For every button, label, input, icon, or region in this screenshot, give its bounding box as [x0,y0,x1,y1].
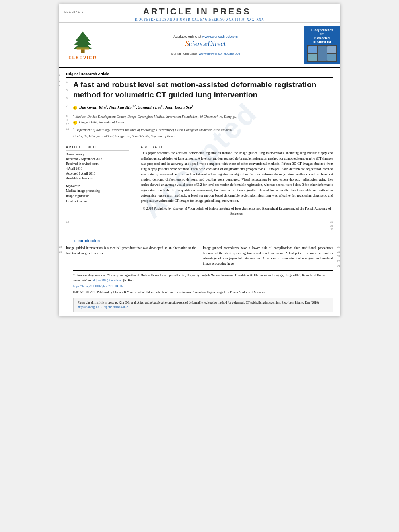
line-num-10: 10 [66,123,69,126]
svg-rect-8 [318,46,327,61]
introduction-section: 1. Introduction 18 19 Image-guided inter… [66,238,333,267]
email-address[interactable]: dgkim0306@gmail.com [93,279,123,282]
elsevier-tree-icon [69,30,97,54]
abstract-copyright: © 2018 Published by Elsevier B.V. on beh… [141,206,333,216]
keywords-label: Keywords: [66,184,129,188]
affiliation-a-cont: o2 Daegu 41061, Republic of Korea [73,120,333,125]
journal-homepage-line: journal homepage: www.elsevier.com/locat… [111,51,300,55]
line-num-16: 16 [330,228,333,230]
header-logos: ELSEVIER Available online at www.science… [59,23,340,68]
main-divider [66,142,333,142]
intro-col-left: 18 19 Image-guided intervention is a med… [66,245,196,267]
article-info-divider [66,150,129,151]
doi-line: https://doi.org/10.1016/j.bbe.2018.04.00… [73,284,333,288]
abstract-column: ABSTRACT This paper describes the accura… [141,145,333,216]
article-info-abstract: ARTICLE INFO Article history: Received 7… [66,145,333,216]
affil-a-sup: a [73,114,74,117]
intro-label: Introduction [78,238,100,243]
article-info-column: ARTICLE INFO Article history: Received 7… [66,145,134,216]
available-label: Available online at [173,35,201,39]
citation-box: Please cite this article in press as: Ki… [73,298,333,312]
line-num-4: 4 [66,81,68,84]
affiliation-b-cont: Center, 88, Olympic-ro 43-gil, Songpa-gu… [73,134,333,139]
intro-number: 1. [73,238,76,243]
accepted-date: Accepted 8 April 2018 [66,171,129,176]
abstract-text: This paper describes the accurate deform… [141,150,333,203]
affil-b-sup: b [73,127,74,130]
title-block: 4 5 6 A fast and robust level set motion… [73,80,333,100]
line-num-22: 22 [337,255,340,258]
elsevier-logo: ELSEVIER [59,26,107,64]
journal-thumbnail [307,45,337,62]
keyword-1: Medical image processing [66,189,129,194]
sciencedirect-url[interactable]: www.sciencedirect.com [202,35,238,39]
author-4: Joon Beom Seo [165,105,192,109]
journal-homepage-url[interactable]: www.elsevier.com/locate/bbe [199,52,240,55]
author-2-sup: b,* [133,104,136,107]
article-type: Original Research Article [66,72,333,78]
available-online: Available online xxx [66,176,129,181]
journal-right-title: BiocyberneticsandBiomedicalEngineering [311,28,333,44]
affiliation-b: b Department of Radiology, Research Inst… [73,127,333,133]
author-2: Namkug Kim [109,105,133,109]
received-date: Received 7 September 2017 [66,157,129,162]
doi-link[interactable]: https://doi.org/10.1016/j.bbe.2018.04.00… [73,284,123,288]
line-num-19: 19 [59,250,62,253]
author-3-sup: b [161,104,163,107]
affil-b-text: Department of Radiology, Research Instit… [75,128,232,132]
line-num-20: 20 [337,245,340,248]
comment-marker-1: o1 [73,106,77,110]
line-num-6: 6 [66,97,68,100]
intro-left-text: Image-guided intervention is a medical p… [66,245,196,256]
affil-a-text: Medical Device Development Center, Daegu… [75,115,237,119]
article-ref: BBE 267 1–9 [64,10,83,14]
journal-homepage-label: journal homepage: [171,52,197,55]
author-4-sup: b [192,104,193,107]
line-num-13: 13 [330,220,333,223]
line-num-8: 8 [66,114,68,117]
line-numbers-block: 1 2 3 [59,72,60,90]
sciencedirect-logo: ScienceDirect [111,40,300,48]
intro-col-right: 20 21 22 23 24 Image-guided procedures h… [203,245,333,267]
section-divider [66,234,333,234]
email-line: E-mail address: dgkim0306@gmail.com (N. … [73,278,333,283]
svg-rect-4 [76,47,89,50]
svg-rect-9 [327,46,336,53]
line-num-14: 14 [66,220,69,223]
keyword-2: Image registration [66,194,129,199]
article-banner: ARTICLE IN PRESS [143,6,251,17]
line-num-23: 23 [337,260,340,263]
journal-logo-right: BiocyberneticsandBiomedicalEngineering [304,26,340,64]
citation-link[interactable]: https://doi.org/10.1016/j.bbe.2018.04.00… [78,305,128,309]
intro-right-text: Image-guided procedures have a lower ris… [203,245,333,267]
article-title: A fast and robust level set motion-assis… [73,80,333,100]
affiliation-a: a Medical Device Development Center, Dae… [73,113,333,119]
article-info-header: ARTICLE INFO [66,145,129,149]
affil-b-cont-text: Center, 88, Olympic-ro 43-gil, Songpa-gu… [73,134,175,138]
line-num-24: 24 [337,265,340,267]
elsevier-brand-text: ELSEVIER [68,55,97,60]
spacer-block: 14 13 15 16 [66,219,333,231]
intro-two-col: 18 19 Image-guided intervention is a med… [66,245,333,267]
intro-title-block: 1. Introduction [73,238,333,243]
footer-section: * Corresponding author at: * Correspondi… [73,270,333,294]
abstract-header: ABSTRACT [141,145,333,149]
intro-title: 1. Introduction [73,238,333,243]
line-num-15: 15 [330,224,333,227]
available-online-text: Available online at www.sciencedirect.co… [111,34,300,39]
line-num-18: 18 [59,245,62,248]
line-num-21: 21 [337,250,340,253]
email-person: (N. Kim). [123,279,135,282]
keyword-3: Level-set method [66,199,129,204]
author-1-sup: a [106,104,107,107]
corresponding-note: * Corresponding author at: * Correspondi… [73,273,333,277]
comment-marker-2: o2 [73,121,77,125]
line-num-7: 7 [66,105,68,107]
top-bar: BBE 267 1–9 ARTICLE IN PRESS BIOCYBERNET… [59,4,340,23]
journal-name-top: BIOCYBERNETICS AND BIOMEDICAL ENGINEERIN… [63,18,336,21]
sciencedirect-logo-text: ScienceDirect [111,40,300,48]
affiliations-block: 8 9 10 11 a Medical Device Development C… [73,113,333,139]
author-1: Dae Gwan Kim [79,105,106,109]
sd-blue: cienceDirect [189,40,226,48]
corresponding-address: * Corresponding author at: Medical Devic… [107,273,325,277]
